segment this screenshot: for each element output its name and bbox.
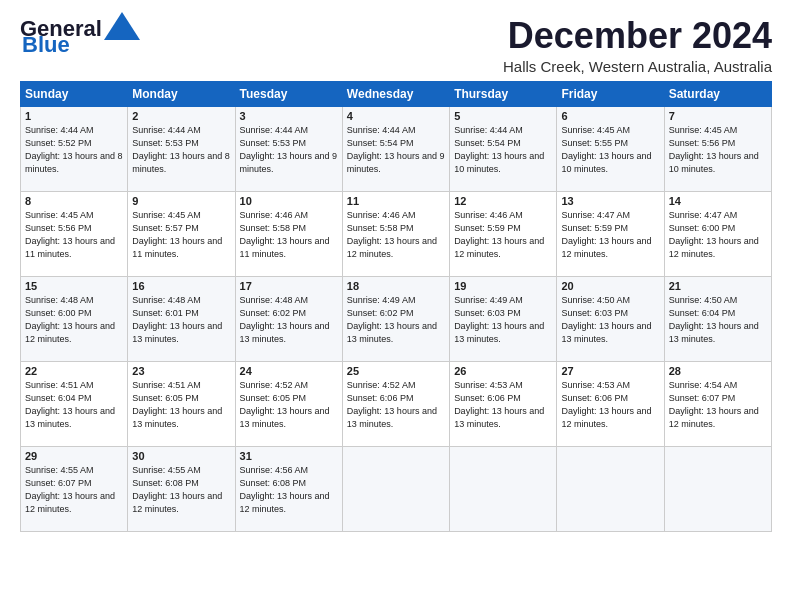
calendar-cell: 18Sunrise: 4:49 AMSunset: 6:02 PMDayligh… [342,276,449,361]
day-info: Sunrise: 4:48 AMSunset: 6:02 PMDaylight:… [240,294,338,346]
day-info: Sunrise: 4:44 AMSunset: 5:53 PMDaylight:… [240,124,338,176]
calendar-cell: 12Sunrise: 4:46 AMSunset: 5:59 PMDayligh… [450,191,557,276]
calendar-cell: 9Sunrise: 4:45 AMSunset: 5:57 PMDaylight… [128,191,235,276]
day-info: Sunrise: 4:45 AMSunset: 5:57 PMDaylight:… [132,209,230,261]
calendar-cell: 30Sunrise: 4:55 AMSunset: 6:08 PMDayligh… [128,446,235,531]
day-info: Sunrise: 4:46 AMSunset: 5:58 PMDaylight:… [347,209,445,261]
day-number: 11 [347,195,445,207]
month-title: December 2024 [503,16,772,56]
day-number: 23 [132,365,230,377]
calendar-cell: 8Sunrise: 4:45 AMSunset: 5:56 PMDaylight… [21,191,128,276]
calendar-cell [664,446,771,531]
day-info: Sunrise: 4:51 AMSunset: 6:04 PMDaylight:… [25,379,123,431]
day-number: 18 [347,280,445,292]
day-number: 20 [561,280,659,292]
day-info: Sunrise: 4:52 AMSunset: 6:06 PMDaylight:… [347,379,445,431]
calendar-cell: 11Sunrise: 4:46 AMSunset: 5:58 PMDayligh… [342,191,449,276]
day-info: Sunrise: 4:56 AMSunset: 6:08 PMDaylight:… [240,464,338,516]
day-info: Sunrise: 4:47 AMSunset: 5:59 PMDaylight:… [561,209,659,261]
day-number: 21 [669,280,767,292]
weekday-tuesday: Tuesday [235,81,342,106]
logo: General Blue [20,16,140,56]
calendar-cell: 13Sunrise: 4:47 AMSunset: 5:59 PMDayligh… [557,191,664,276]
day-info: Sunrise: 4:44 AMSunset: 5:54 PMDaylight:… [347,124,445,176]
day-info: Sunrise: 4:49 AMSunset: 6:02 PMDaylight:… [347,294,445,346]
calendar-cell: 19Sunrise: 4:49 AMSunset: 6:03 PMDayligh… [450,276,557,361]
weekday-wednesday: Wednesday [342,81,449,106]
day-number: 1 [25,110,123,122]
calendar-cell: 29Sunrise: 4:55 AMSunset: 6:07 PMDayligh… [21,446,128,531]
calendar-cell: 16Sunrise: 4:48 AMSunset: 6:01 PMDayligh… [128,276,235,361]
header-row: General Blue December 2024 Halls Creek, … [20,16,772,75]
day-number: 19 [454,280,552,292]
day-number: 4 [347,110,445,122]
weekday-monday: Monday [128,81,235,106]
calendar-cell: 15Sunrise: 4:48 AMSunset: 6:00 PMDayligh… [21,276,128,361]
day-info: Sunrise: 4:44 AMSunset: 5:53 PMDaylight:… [132,124,230,176]
title-block: December 2024 Halls Creek, Western Austr… [503,16,772,75]
calendar-cell [342,446,449,531]
day-number: 13 [561,195,659,207]
calendar-cell: 24Sunrise: 4:52 AMSunset: 6:05 PMDayligh… [235,361,342,446]
day-number: 24 [240,365,338,377]
location-title: Halls Creek, Western Australia, Australi… [503,58,772,75]
day-info: Sunrise: 4:54 AMSunset: 6:07 PMDaylight:… [669,379,767,431]
day-number: 26 [454,365,552,377]
calendar-cell: 28Sunrise: 4:54 AMSunset: 6:07 PMDayligh… [664,361,771,446]
day-number: 7 [669,110,767,122]
day-number: 27 [561,365,659,377]
day-info: Sunrise: 4:55 AMSunset: 6:08 PMDaylight:… [132,464,230,516]
day-info: Sunrise: 4:51 AMSunset: 6:05 PMDaylight:… [132,379,230,431]
day-number: 16 [132,280,230,292]
day-info: Sunrise: 4:53 AMSunset: 6:06 PMDaylight:… [454,379,552,431]
weekday-sunday: Sunday [21,81,128,106]
day-number: 17 [240,280,338,292]
day-number: 5 [454,110,552,122]
day-info: Sunrise: 4:44 AMSunset: 5:54 PMDaylight:… [454,124,552,176]
day-info: Sunrise: 4:47 AMSunset: 6:00 PMDaylight:… [669,209,767,261]
week-row-4: 22Sunrise: 4:51 AMSunset: 6:04 PMDayligh… [21,361,772,446]
week-row-3: 15Sunrise: 4:48 AMSunset: 6:00 PMDayligh… [21,276,772,361]
day-number: 12 [454,195,552,207]
day-info: Sunrise: 4:50 AMSunset: 6:03 PMDaylight:… [561,294,659,346]
calendar-cell: 17Sunrise: 4:48 AMSunset: 6:02 PMDayligh… [235,276,342,361]
calendar-cell: 1Sunrise: 4:44 AMSunset: 5:52 PMDaylight… [21,106,128,191]
day-number: 2 [132,110,230,122]
calendar-cell: 20Sunrise: 4:50 AMSunset: 6:03 PMDayligh… [557,276,664,361]
calendar-cell: 26Sunrise: 4:53 AMSunset: 6:06 PMDayligh… [450,361,557,446]
weekday-header-row: SundayMondayTuesdayWednesdayThursdayFrid… [21,81,772,106]
calendar-cell: 27Sunrise: 4:53 AMSunset: 6:06 PMDayligh… [557,361,664,446]
day-info: Sunrise: 4:55 AMSunset: 6:07 PMDaylight:… [25,464,123,516]
calendar-cell [450,446,557,531]
logo-icon [104,12,140,42]
calendar-cell: 22Sunrise: 4:51 AMSunset: 6:04 PMDayligh… [21,361,128,446]
week-row-5: 29Sunrise: 4:55 AMSunset: 6:07 PMDayligh… [21,446,772,531]
day-info: Sunrise: 4:45 AMSunset: 5:55 PMDaylight:… [561,124,659,176]
weekday-friday: Friday [557,81,664,106]
day-number: 15 [25,280,123,292]
weekday-thursday: Thursday [450,81,557,106]
page: General Blue December 2024 Halls Creek, … [0,0,792,612]
day-number: 28 [669,365,767,377]
calendar-cell: 23Sunrise: 4:51 AMSunset: 6:05 PMDayligh… [128,361,235,446]
day-info: Sunrise: 4:48 AMSunset: 6:00 PMDaylight:… [25,294,123,346]
day-number: 3 [240,110,338,122]
svg-marker-0 [104,12,140,40]
calendar-cell: 4Sunrise: 4:44 AMSunset: 5:54 PMDaylight… [342,106,449,191]
day-info: Sunrise: 4:44 AMSunset: 5:52 PMDaylight:… [25,124,123,176]
calendar-cell [557,446,664,531]
calendar-cell: 25Sunrise: 4:52 AMSunset: 6:06 PMDayligh… [342,361,449,446]
calendar-cell: 14Sunrise: 4:47 AMSunset: 6:00 PMDayligh… [664,191,771,276]
calendar-cell: 21Sunrise: 4:50 AMSunset: 6:04 PMDayligh… [664,276,771,361]
day-number: 8 [25,195,123,207]
day-number: 10 [240,195,338,207]
calendar-table: SundayMondayTuesdayWednesdayThursdayFrid… [20,81,772,532]
day-number: 14 [669,195,767,207]
day-info: Sunrise: 4:46 AMSunset: 5:58 PMDaylight:… [240,209,338,261]
day-info: Sunrise: 4:46 AMSunset: 5:59 PMDaylight:… [454,209,552,261]
day-info: Sunrise: 4:53 AMSunset: 6:06 PMDaylight:… [561,379,659,431]
day-number: 9 [132,195,230,207]
day-number: 22 [25,365,123,377]
calendar-cell: 31Sunrise: 4:56 AMSunset: 6:08 PMDayligh… [235,446,342,531]
day-info: Sunrise: 4:45 AMSunset: 5:56 PMDaylight:… [25,209,123,261]
